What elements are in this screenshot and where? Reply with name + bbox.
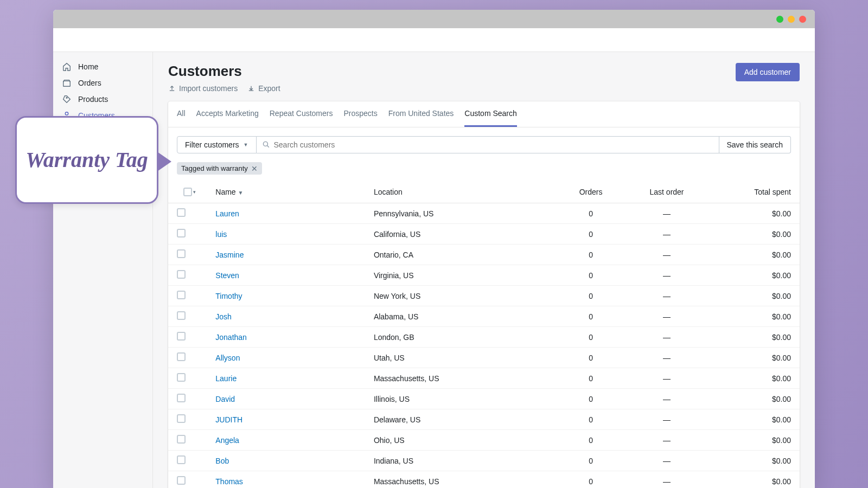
page-title: Customers xyxy=(168,63,280,80)
cell-location: Alabama, US xyxy=(369,306,559,327)
svg-rect-0 xyxy=(63,81,71,86)
row-checkbox[interactable] xyxy=(177,414,186,423)
row-checkbox[interactable] xyxy=(177,455,186,464)
cell-total-spent: $0.00 xyxy=(711,224,800,245)
window-titlebar xyxy=(53,10,815,28)
caret-down-icon[interactable]: ▾ xyxy=(193,189,196,195)
cell-name: luis xyxy=(211,224,369,245)
close-icon[interactable]: ✕ xyxy=(251,165,258,172)
filter-label: Filter customers xyxy=(185,140,239,149)
cell-total-spent: $0.00 xyxy=(711,430,800,451)
sidebar-item-home[interactable]: Home xyxy=(53,59,152,75)
row-checkbox[interactable] xyxy=(177,270,186,279)
filter-customers-button[interactable]: Filter customers ▼ xyxy=(177,136,257,153)
customer-link[interactable]: Steven xyxy=(215,271,239,280)
search-input[interactable] xyxy=(271,137,713,153)
row-checkbox[interactable] xyxy=(177,476,186,485)
customer-link[interactable]: Laurie xyxy=(215,374,237,383)
row-checkbox[interactable] xyxy=(177,311,186,320)
cell-name: Josh xyxy=(211,306,369,327)
tab-prospects[interactable]: Prospects xyxy=(343,101,377,127)
column-name[interactable]: Name ▼ xyxy=(211,181,369,203)
cell-location: Massachusetts, US xyxy=(369,471,559,489)
cell-location: Utah, US xyxy=(369,348,559,368)
cell-orders: 0 xyxy=(559,368,623,389)
upload-icon xyxy=(168,85,176,92)
row-checkbox[interactable] xyxy=(177,332,186,341)
cell-name: Allyson xyxy=(211,348,369,368)
select-all-checkbox[interactable] xyxy=(183,188,192,196)
cell-name: Jasmine xyxy=(211,245,369,265)
cell-last-order: — xyxy=(622,245,711,265)
tab-bar: All Accepts Marketing Repeat Customers P… xyxy=(168,101,800,127)
customer-link[interactable]: luis xyxy=(215,230,227,239)
row-checkbox[interactable] xyxy=(177,352,186,361)
customer-link[interactable]: Josh xyxy=(215,312,232,321)
row-checkbox[interactable] xyxy=(177,229,186,237)
customer-link[interactable]: Allyson xyxy=(215,354,240,362)
svg-point-9 xyxy=(263,142,267,146)
cell-orders: 0 xyxy=(559,224,623,245)
table-row: BobIndiana, US0—$0.00 xyxy=(168,451,800,471)
customer-link[interactable]: Jasmine xyxy=(215,251,244,259)
cell-total-spent: $0.00 xyxy=(711,451,800,471)
column-total-spent[interactable]: Total spent xyxy=(711,181,800,203)
save-search-button[interactable]: Save this search xyxy=(719,136,792,153)
window-close-dot[interactable] xyxy=(799,16,806,23)
table-row: DavidIllinois, US0—$0.00 xyxy=(168,389,800,409)
caret-down-icon: ▼ xyxy=(244,142,248,147)
customer-link[interactable]: Timothy xyxy=(215,292,242,300)
cell-orders: 0 xyxy=(559,265,623,286)
annotation-arrow xyxy=(157,152,171,171)
sidebar-item-label: Home xyxy=(78,62,98,71)
cell-total-spent: $0.00 xyxy=(711,286,800,306)
sidebar-item-orders[interactable]: Orders xyxy=(53,75,152,91)
customer-link[interactable]: Angela xyxy=(215,436,239,445)
cell-name: Timothy xyxy=(211,286,369,306)
cell-orders: 0 xyxy=(559,409,623,430)
table-row: TimothyNew York, US0—$0.00 xyxy=(168,286,800,306)
import-customers-button[interactable]: Import customers xyxy=(168,84,238,93)
row-checkbox[interactable] xyxy=(177,435,186,444)
cell-name: JUDITH xyxy=(211,409,369,430)
cell-last-order: — xyxy=(622,430,711,451)
column-location[interactable]: Location xyxy=(369,181,559,203)
customer-link[interactable]: Thomas xyxy=(215,477,243,486)
cell-name: Bob xyxy=(211,451,369,471)
cell-orders: 0 xyxy=(559,245,623,265)
add-customer-button[interactable]: Add customer xyxy=(736,63,800,81)
window-maximize-dot[interactable] xyxy=(788,16,795,23)
tab-all[interactable]: All xyxy=(177,101,186,127)
row-checkbox[interactable] xyxy=(177,373,186,382)
sidebar-item-label: Products xyxy=(78,95,108,104)
customer-link[interactable]: JUDITH xyxy=(215,415,242,424)
cell-total-spent: $0.00 xyxy=(711,245,800,265)
tab-from-us[interactable]: From United States xyxy=(388,101,454,127)
cell-orders: 0 xyxy=(559,451,623,471)
cell-total-spent: $0.00 xyxy=(711,409,800,430)
tab-repeat-customers[interactable]: Repeat Customers xyxy=(270,101,333,127)
customer-link[interactable]: Jonathan xyxy=(215,333,247,342)
export-button[interactable]: Export xyxy=(247,84,280,93)
window-minimize-dot[interactable] xyxy=(776,16,783,23)
cell-orders: 0 xyxy=(559,471,623,489)
row-checkbox[interactable] xyxy=(177,208,186,217)
tab-custom-search[interactable]: Custom Search xyxy=(464,101,516,127)
row-checkbox[interactable] xyxy=(177,249,186,258)
cell-last-order: — xyxy=(622,286,711,306)
tab-accepts-marketing[interactable]: Accepts Marketing xyxy=(196,101,259,127)
sort-caret-icon: ▼ xyxy=(238,190,244,196)
row-checkbox[interactable] xyxy=(177,291,186,299)
customer-link[interactable]: Bob xyxy=(215,457,229,465)
row-checkbox[interactable] xyxy=(177,394,186,402)
cell-last-order: — xyxy=(622,409,711,430)
cell-orders: 0 xyxy=(559,286,623,306)
column-last-order[interactable]: Last order xyxy=(622,181,711,203)
cell-last-order: — xyxy=(622,203,711,224)
customer-link[interactable]: David xyxy=(215,395,235,403)
cell-last-order: — xyxy=(622,471,711,489)
sidebar-item-products[interactable]: Products xyxy=(53,91,152,107)
table-row: JoshAlabama, US0—$0.00 xyxy=(168,306,800,327)
customer-link[interactable]: Lauren xyxy=(215,209,239,218)
column-orders[interactable]: Orders xyxy=(559,181,623,203)
